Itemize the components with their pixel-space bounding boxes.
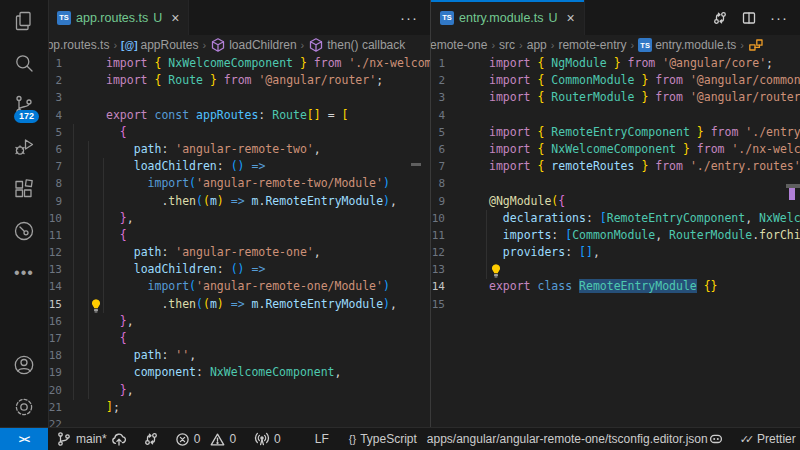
activity-bar-item-run-debug[interactable] bbox=[0, 126, 48, 168]
code-line-4[interactable]: 4 bbox=[431, 107, 800, 124]
code-line-1[interactable]: 1import { NgModule } from '@angular/core… bbox=[431, 55, 800, 72]
more-actions-icon[interactable]: ··· bbox=[770, 9, 788, 26]
activity-bar-item-more-views[interactable]: ••• bbox=[0, 252, 48, 294]
problems-status[interactable]: 00 bbox=[175, 432, 236, 447]
activity-bar-item-source-control[interactable]: 172 bbox=[0, 84, 48, 126]
line-number[interactable]: 19 bbox=[48, 364, 62, 381]
code-editor[interactable]: 1import { NgModule } from '@angular/core… bbox=[431, 55, 800, 428]
code-line-3[interactable]: 3 bbox=[48, 89, 430, 106]
activity-bar-item-explorer[interactable] bbox=[0, 0, 48, 42]
close-icon[interactable]: × bbox=[171, 11, 179, 25]
code-line-16[interactable]: 16 }, bbox=[48, 313, 430, 330]
line-number[interactable]: 7 bbox=[431, 158, 445, 175]
activity-bar-item-extension-tool[interactable] bbox=[0, 210, 48, 252]
code-line-17[interactable]: 17 { bbox=[48, 330, 430, 347]
code-line-9[interactable]: 9 .then((m) => m.RemoteEntryModule), bbox=[48, 193, 430, 210]
breadcrumb-item-remote-entry[interactable]: remote-entry bbox=[558, 38, 626, 52]
formatter-status[interactable]: ✓✓Prettier bbox=[740, 432, 796, 446]
tab-entry.module.ts[interactable]: TSentry.module.tsU× bbox=[431, 0, 585, 35]
breadcrumb-item-app[interactable]: app bbox=[527, 38, 547, 52]
line-number[interactable]: 18 bbox=[48, 347, 62, 364]
line-number[interactable]: 9 bbox=[48, 193, 62, 210]
code-line-14[interactable]: 14 import('angular-remote-one/Module') bbox=[48, 278, 430, 295]
code-line-11[interactable]: 11 { bbox=[48, 227, 430, 244]
line-number[interactable]: 11 bbox=[431, 227, 445, 244]
code-line-13[interactable]: 13 loadChildren: () => bbox=[48, 261, 430, 278]
code-line-3[interactable]: 3import { RouterModule } from '@angular/… bbox=[431, 89, 800, 106]
activity-bar-item-settings-gear[interactable] bbox=[0, 386, 48, 428]
line-number[interactable]: 9 bbox=[431, 193, 445, 210]
line-number[interactable]: 10 bbox=[48, 210, 62, 227]
ports-status[interactable]: 0 bbox=[254, 431, 281, 447]
code-line-6[interactable]: 6import { NxWelcomeComponent } from './n… bbox=[431, 141, 800, 158]
tsconfig-path[interactable]: apps/angular/angular-remote-one/tsconfig… bbox=[427, 432, 708, 446]
line-number[interactable]: 11 bbox=[48, 227, 62, 244]
line-number[interactable]: 7 bbox=[48, 158, 62, 175]
code-editor[interactable]: 1import { NxWelcomeComponent } from './n… bbox=[48, 55, 430, 428]
line-number[interactable]: 4 bbox=[48, 107, 62, 124]
code-line-1[interactable]: 1import { NxWelcomeComponent } from './n… bbox=[48, 55, 430, 72]
split-editor-icon[interactable] bbox=[741, 10, 757, 26]
code-line-18[interactable]: 18 path: '', bbox=[48, 347, 430, 364]
code-line-14[interactable]: 14export class RemoteEntryModule {} bbox=[431, 278, 800, 295]
code-line-5[interactable]: 5import { RemoteEntryComponent } from '.… bbox=[431, 124, 800, 141]
remote-indicator[interactable]: >< bbox=[0, 428, 48, 450]
line-number[interactable]: 21 bbox=[48, 399, 62, 416]
code-line-2[interactable]: 2import { CommonModule } from '@angular/… bbox=[431, 72, 800, 89]
line-number[interactable]: 15 bbox=[48, 296, 62, 313]
breadcrumb-item-angular-remote-one[interactable]: angular-remote-one bbox=[431, 38, 487, 52]
code-line-8[interactable]: 8 import('angular-remote-two/Module') bbox=[48, 175, 430, 192]
code-line-19[interactable]: 19 component: NxWelcomeComponent, bbox=[48, 364, 430, 381]
code-line-21[interactable]: 21]; bbox=[48, 399, 430, 416]
line-number[interactable]: 6 bbox=[48, 141, 62, 158]
line-number[interactable]: 2 bbox=[431, 72, 445, 89]
line-number[interactable]: 13 bbox=[431, 261, 445, 278]
line-number[interactable]: 6 bbox=[431, 141, 445, 158]
code-line-6[interactable]: 6 path: 'angular-remote-two', bbox=[48, 141, 430, 158]
code-line-10[interactable]: 10 }, bbox=[48, 210, 430, 227]
code-line-20[interactable]: 20 }, bbox=[48, 382, 430, 399]
line-number[interactable]: 3 bbox=[431, 89, 445, 106]
line-number[interactable]: 5 bbox=[48, 124, 62, 141]
code-line-12[interactable]: 12 path: 'angular-remote-one', bbox=[48, 244, 430, 261]
line-number[interactable]: 12 bbox=[48, 244, 62, 261]
line-number[interactable]: 20 bbox=[48, 382, 62, 399]
open-changes-icon[interactable] bbox=[712, 10, 728, 26]
line-number[interactable]: 3 bbox=[48, 89, 62, 106]
line-number[interactable]: 8 bbox=[48, 175, 62, 192]
branch-status[interactable]: main* bbox=[56, 431, 127, 447]
close-icon[interactable]: × bbox=[567, 11, 575, 25]
code-line-15[interactable]: 15 bbox=[431, 296, 800, 313]
code-line-2[interactable]: 2import { Route } from '@angular/router'… bbox=[48, 72, 430, 89]
breadcrumb-item-src[interactable]: src bbox=[499, 38, 515, 52]
line-number[interactable]: 5 bbox=[431, 124, 445, 141]
more-actions-icon[interactable]: ··· bbox=[400, 9, 418, 26]
line-number[interactable]: 15 bbox=[431, 296, 445, 313]
line-number[interactable]: 14 bbox=[431, 278, 445, 295]
breadcrumb-item-appRoutes[interactable]: [@]appRoutes bbox=[121, 38, 198, 52]
graph-status[interactable] bbox=[143, 431, 159, 447]
line-number[interactable]: 13 bbox=[48, 261, 62, 278]
activity-bar-item-account[interactable] bbox=[0, 344, 48, 386]
line-number[interactable]: 4 bbox=[431, 107, 445, 124]
breadcrumb-item-loadChildren[interactable]: loadChildren bbox=[210, 37, 296, 53]
breadcrumb-item-entry.module.ts[interactable]: TSentry.module.ts bbox=[638, 38, 736, 52]
code-line-5[interactable]: 5 { bbox=[48, 124, 430, 141]
breadcrumb-item-then() callback[interactable]: then() callback bbox=[308, 37, 405, 53]
line-number[interactable]: 2 bbox=[48, 72, 62, 89]
line-number[interactable]: 14 bbox=[48, 278, 62, 295]
line-number[interactable]: 16 bbox=[48, 313, 62, 330]
breadcrumb-item-app.routes.ts[interactable]: app.routes.ts bbox=[48, 38, 109, 52]
code-line-7[interactable]: 7 loadChildren: () => bbox=[48, 158, 430, 175]
breadcrumb-item-symbol[interactable] bbox=[748, 37, 764, 53]
language-mode[interactable]: {}TypeScript bbox=[349, 432, 417, 446]
activity-bar-item-extensions[interactable] bbox=[0, 168, 48, 210]
line-number[interactable]: 1 bbox=[431, 55, 445, 72]
code-line-7[interactable]: 7import { remoteRoutes } from './entry.r… bbox=[431, 158, 800, 175]
activity-bar-item-search[interactable] bbox=[0, 42, 48, 84]
copilot-status[interactable] bbox=[708, 431, 724, 447]
line-number[interactable]: 17 bbox=[48, 330, 62, 347]
code-line-4[interactable]: 4export const appRoutes: Route[] = [ bbox=[48, 107, 430, 124]
code-line-8[interactable]: 8 bbox=[431, 175, 800, 192]
code-line-15[interactable]: 15 .then((m) => m.RemoteEntryModule), bbox=[48, 296, 430, 313]
